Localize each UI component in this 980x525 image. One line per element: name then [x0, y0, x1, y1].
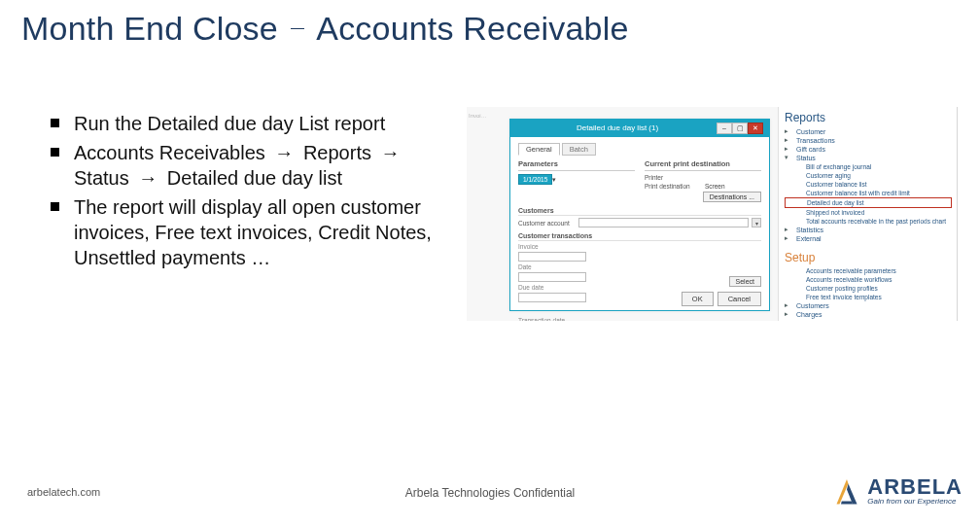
print-destination-label: Print destination — [645, 183, 701, 190]
duedate-label: Due date — [518, 284, 630, 291]
bullet-2-p1: Reports — [303, 142, 371, 163]
slide-title: Month End Close Accounts Receivable — [21, 10, 629, 48]
close-button[interactable]: ✕ — [748, 122, 763, 134]
slide: Month End Close Accounts Receivable Run … — [0, 0, 980, 525]
title-part-b: Accounts Receivable — [316, 10, 628, 47]
logo-mark-icon — [832, 476, 861, 506]
report-item[interactable]: Customer aging — [785, 171, 952, 180]
logo-tagline: Gain from our Experience — [867, 498, 962, 506]
customers-heading: Customers — [518, 207, 761, 216]
group-external[interactable]: External — [785, 234, 952, 243]
report-item[interactable]: Shipped not invoiced — [785, 208, 952, 217]
cancel-button[interactable]: Cancel — [718, 292, 761, 306]
invoice-label: Invoice — [518, 243, 630, 250]
bullet-2: Accounts Receivables → Reports → Status … — [51, 140, 449, 191]
logo-text-wrap: ARBELA Gain from our Experience — [867, 476, 962, 506]
arrow-icon: → — [377, 140, 404, 165]
bullet-2-p3: Detailed due day list — [167, 167, 342, 189]
background-blur: Invoi… — [469, 113, 508, 159]
dialog-body: General Batch Parameters 1/1/2015▾ Curre… — [510, 137, 769, 304]
dialog-title-text: Detailed due day list (1) — [577, 120, 658, 137]
reports-tree: Customer Transactions Gift cards Status … — [785, 127, 952, 243]
dialog-titlebar: . Detailed due day list (1) – ▢ ✕ — [510, 120, 769, 137]
date-label: Date — [518, 263, 630, 270]
group-giftcards[interactable]: Gift cards — [785, 145, 952, 154]
logo-text: ARBELA — [867, 476, 962, 498]
bullet-2-p2: Status — [74, 167, 129, 189]
print-destination-heading: Current print destination — [645, 159, 761, 171]
group-statistics[interactable]: Statistics — [785, 226, 952, 234]
bullet-1: Run the Detailed due day List report — [51, 111, 449, 136]
dialog-footer: OK Cancel — [682, 292, 761, 306]
printer-label: Printer — [645, 174, 701, 181]
reports-pane: Reports Customer Transactions Gift cards… — [778, 107, 958, 321]
setup-list: Accounts receivable parameters Accounts … — [785, 266, 952, 321]
svg-marker-2 — [841, 502, 853, 505]
destinations-button[interactable]: Destinations ... — [703, 192, 761, 202]
maximize-button[interactable]: ▢ — [732, 122, 748, 134]
report-item[interactable]: Bill of exchange journal — [785, 162, 952, 171]
lookup-icon[interactable]: ▾ — [752, 218, 761, 228]
svg-marker-0 — [837, 479, 849, 505]
setup-item[interactable]: Accounts receivable workflows — [785, 275, 952, 284]
group-customer[interactable]: Customer — [785, 127, 952, 136]
parameters-heading: Parameters — [518, 159, 635, 171]
invoice-input[interactable] — [518, 252, 586, 262]
report-item[interactable]: Total accounts receivable in the past pe… — [785, 217, 952, 226]
window-buttons: – ▢ ✕ — [717, 122, 763, 134]
customer-account-label: Customer account — [518, 220, 575, 227]
setup-item[interactable]: Customer posting profiles — [785, 284, 952, 293]
bullet-2-p0: Accounts Receivables — [74, 142, 265, 163]
title-dash — [291, 28, 304, 29]
dialog-tabs: General Batch — [518, 143, 761, 156]
customer-transactions-heading: Customer transactions — [518, 232, 761, 241]
tab-batch[interactable]: Batch — [562, 143, 596, 156]
setup-item[interactable]: Forms — [785, 319, 952, 321]
setup-item[interactable]: Accounts receivable parameters — [785, 266, 952, 275]
logo: ARBELA Gain from our Experience — [832, 476, 962, 506]
bullet-3-text: The report will display all open custome… — [74, 196, 432, 268]
print-destination-value: Screen — [705, 183, 725, 190]
report-item[interactable]: Customer balance list — [785, 180, 952, 189]
minimize-button[interactable]: – — [717, 122, 732, 134]
date-input[interactable] — [518, 272, 586, 282]
bullet-list: Run the Detailed due day List report Acc… — [51, 111, 449, 274]
ok-button[interactable]: OK — [682, 292, 714, 306]
bullet-3: The report will display all open custome… — [51, 194, 449, 270]
arrow-icon: → — [134, 165, 161, 191]
setup-item[interactable]: Customers — [785, 301, 952, 310]
customer-account-input[interactable] — [578, 218, 749, 228]
svg-marker-1 — [847, 484, 858, 505]
reports-heading: Reports — [785, 111, 952, 124]
setup-item[interactable]: Charges — [785, 310, 952, 319]
report-item[interactable]: Customer balance list with credit limit — [785, 189, 952, 197]
bullet-1-text: Run the Detailed due day List report — [74, 113, 385, 134]
dialog-window: . Detailed due day list (1) – ▢ ✕ Genera… — [509, 119, 770, 311]
title-part-a: Month End Close — [21, 10, 278, 47]
report-item-highlighted[interactable]: Detailed due day list — [785, 197, 952, 208]
date-dropdown-icon[interactable]: ▾ — [552, 176, 556, 183]
transaction-date-label: Transaction date — [518, 317, 565, 321]
arrow-icon: → — [270, 140, 298, 165]
tab-general[interactable]: General — [518, 143, 560, 156]
setup-item[interactable]: Free text invoice templates — [785, 293, 952, 301]
criteria-date-value[interactable]: 1/1/2015 — [518, 174, 552, 185]
embedded-screenshot: Invoi… . Detailed due day list (1) – ▢ ✕… — [467, 107, 958, 321]
setup-heading: Setup — [785, 251, 952, 264]
group-status[interactable]: Status — [785, 154, 952, 162]
parameters-section: Parameters 1/1/2015▾ — [518, 159, 635, 202]
select-button[interactable]: Select — [729, 276, 761, 287]
print-destination-section: Current print destination Printer Print … — [645, 159, 761, 202]
group-transactions[interactable]: Transactions — [785, 136, 952, 145]
duedate-input[interactable] — [518, 293, 586, 302]
